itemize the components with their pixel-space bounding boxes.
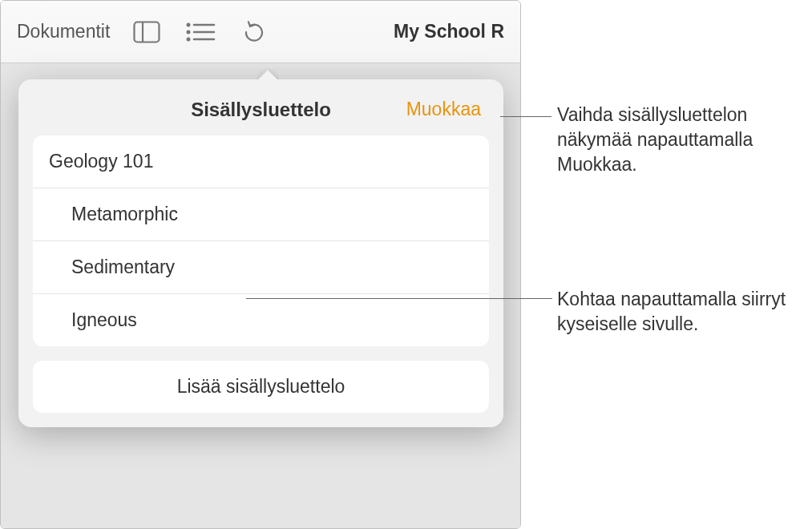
svg-rect-0 — [135, 22, 160, 42]
svg-point-6 — [187, 37, 191, 41]
app-window: Dokumentit My School R — [0, 0, 521, 529]
callout-leader-line — [500, 116, 551, 117]
popover-title: Sisällysluettelo — [191, 99, 331, 121]
popover-header: Sisällysluettelo Muokkaa — [33, 94, 489, 135]
list-icon-svg — [185, 21, 216, 43]
popover-arrow — [257, 69, 279, 80]
undo-icon-svg — [241, 19, 267, 45]
toc-item[interactable]: Metamorphic — [33, 188, 489, 241]
back-button[interactable]: Dokumentit — [17, 21, 110, 42]
toc-list: Geology 101 Metamorphic Sedimentary Igne… — [33, 135, 489, 346]
svg-point-4 — [187, 30, 191, 34]
toc-item[interactable]: Geology 101 — [33, 135, 489, 188]
toolbar: Dokumentit My School R — [1, 1, 520, 63]
document-title: My School R — [394, 21, 504, 42]
toc-item[interactable]: Igneous — [33, 294, 489, 346]
callout-leader-line — [246, 298, 552, 299]
toc-icon[interactable] — [184, 15, 217, 49]
callout-item: Kohtaa napauttamalla siirryt kyseiselle … — [557, 287, 798, 337]
toc-item[interactable]: Sedimentary — [33, 241, 489, 294]
edit-button[interactable]: Muokkaa — [406, 99, 481, 120]
undo-icon[interactable] — [237, 15, 271, 49]
callout-edit: Vaihda sisällysluettelon näkymää napautt… — [557, 103, 806, 177]
sidebar-icon[interactable] — [130, 15, 164, 49]
sidebar-icon-svg — [133, 21, 160, 43]
toc-popover: Sisällysluettelo Muokkaa Geology 101 Met… — [18, 79, 503, 427]
add-toc-button[interactable]: Lisää sisällysluettelo — [33, 361, 489, 413]
svg-point-2 — [187, 22, 191, 26]
